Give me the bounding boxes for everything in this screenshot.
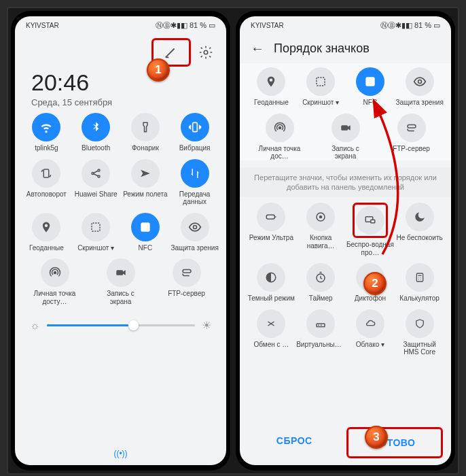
tile-torch[interactable]: Фонарик [121,113,170,152]
nearby-icon [257,309,285,338]
wifi-icon [32,113,60,141]
tile-shield[interactable]: Защитный HMS Core [395,309,444,356]
tile-dark[interactable]: Темный режим [247,263,295,303]
tile-hotspot[interactable]: Личная точка досту… [31,258,79,305]
shield-icon [406,309,434,338]
tile-label: Защита зрения [395,99,443,107]
tile-eye[interactable]: Защита зрения [395,67,444,107]
tile-rec[interactable]: Запись с экрана [321,114,370,160]
phone-right: KYIVSTAR ⓃⒷ✱▮◧ 81% ▭ ← Порядок значков Г… [236,11,455,471]
tile-label: Обмен с … [253,341,289,349]
tile-virt[interactable]: Виртуальный… [296,309,345,356]
callout-3: 3 [365,426,388,449]
tile-nav[interactable]: Кнопка навига… [296,203,345,256]
svg-rect-11 [317,78,325,86]
tile-hotspot[interactable]: Личная точка дос… [255,114,304,160]
tile-calc[interactable]: Калькулятор [395,263,444,303]
svg-rect-24 [416,273,423,282]
tile-eye[interactable]: Защита зрения [171,213,219,252]
tile-rotate[interactable]: Автоповорот [22,159,71,206]
tile-nfc[interactable]: NFC [121,213,170,252]
eye-icon [406,67,434,96]
data-icon [181,159,209,188]
tile-bt[interactable]: Bluetooth [71,113,120,152]
ftp-icon [397,114,426,142]
wireless-highlight [353,203,388,238]
tile-loc[interactable]: Геоданные [22,213,71,252]
rec-icon [331,114,360,142]
settings-icon[interactable] [198,44,214,61]
tile-data[interactable]: Передача данных [171,159,219,206]
back-icon[interactable]: ← [251,41,264,56]
tile-label: Bluetooth [82,144,110,152]
tile-label: Режим полета [123,190,167,199]
active-icons-grid: ГеоданныеСкриншот ▾NFCЗащита зренияЛична… [240,63,451,160]
virt-icon [306,309,335,338]
tile-wifi[interactable]: tplink5g [22,113,71,152]
hotspot-icon [266,114,294,142]
quick-settings-grid: tplink5gBluetoothФонарикВибрацияАвтопово… [15,113,226,305]
loc-icon [257,67,285,96]
shot-icon [306,67,335,96]
tile-label: tplink5g [35,144,58,152]
svg-rect-10 [116,270,123,275]
edit-icon[interactable] [163,44,179,61]
tile-nearby[interactable]: Обмен с … [247,309,295,356]
done-button[interactable]: ГОТОВО [346,427,444,458]
tile-label: Личная точка дос… [255,145,304,160]
tile-label: NFC [139,244,153,252]
tile-ftp[interactable]: FTP-сервер [387,114,436,160]
svg-point-0 [204,50,208,54]
nfc-icon [131,213,160,241]
tile-rec[interactable]: Запись с экрана [96,258,145,305]
tile-cloud[interactable]: Облако ▾ [346,309,395,356]
tile-label: Диктофон [355,294,386,303]
tile-share[interactable]: Huawei Share [71,159,120,206]
svg-rect-2 [44,169,50,177]
svg-point-13 [418,80,421,84]
tile-label: Виртуальный… [296,341,345,349]
tile-label: Фонарик [132,144,159,152]
tile-shot[interactable]: Скриншот ▾ [71,213,120,252]
cast-icon [356,206,384,235]
tile-label: Геоданные [254,99,289,107]
tile-label: Кнопка навига… [296,234,345,250]
tile-dnd[interactable]: Не беспокоить [395,203,444,256]
tile-plane[interactable]: Режим полета [121,159,170,206]
tile-label: Таймер [309,294,333,303]
tile-nfc[interactable]: NFC [346,67,395,107]
tile-label: Запись с экрана [321,145,370,160]
tile-shot[interactable]: Скриншот ▾ [296,67,345,107]
eye-icon [181,213,209,241]
svg-point-14 [279,126,281,129]
svg-rect-1 [192,122,197,131]
time: 20:46 [31,69,210,96]
tile-loc[interactable]: Геоданные [247,67,295,107]
tile-timer[interactable]: Таймер [296,263,345,303]
plane-icon [131,159,160,188]
perf-icon [257,203,285,231]
tile-label: Передача данных [171,190,219,206]
tile-cast[interactable]: Беспро-водная про… [346,203,395,256]
page-title: Порядок значков [274,41,370,56]
tile-perf[interactable]: Режим Ультра [247,203,295,256]
tile-ftp[interactable]: FTP-сервер [162,258,211,305]
svg-rect-16 [267,215,275,219]
dnd-icon [406,203,434,231]
tile-label: Калькулятор [399,294,440,303]
tile-label: Запись с экрана [96,290,145,305]
available-icons-grid: Режим УльтраКнопка навига…Беспро-водная … [240,197,451,356]
status-icons: ⓃⒷ✱▮◧ 81% ▭ [156,20,215,31]
brightness-slider[interactable]: ☼ ☀ [15,312,226,339]
svg-rect-6 [92,223,100,231]
clock-block: 20:46 Среда, 15 сентября [15,69,226,113]
reset-button[interactable]: СБРОС [248,427,341,458]
svg-point-18 [320,216,322,218]
carrier: KYIVSTAR [251,22,284,29]
drag-hint: Перетащите значки, чтобы изменить их пор… [240,167,451,198]
brightness-low-icon: ☼ [30,320,40,332]
svg-rect-20 [371,220,375,223]
tile-vib[interactable]: Вибрация [171,113,219,152]
hotspot-icon [41,258,69,287]
panel-indicator-icon: ((•)) [15,445,226,462]
